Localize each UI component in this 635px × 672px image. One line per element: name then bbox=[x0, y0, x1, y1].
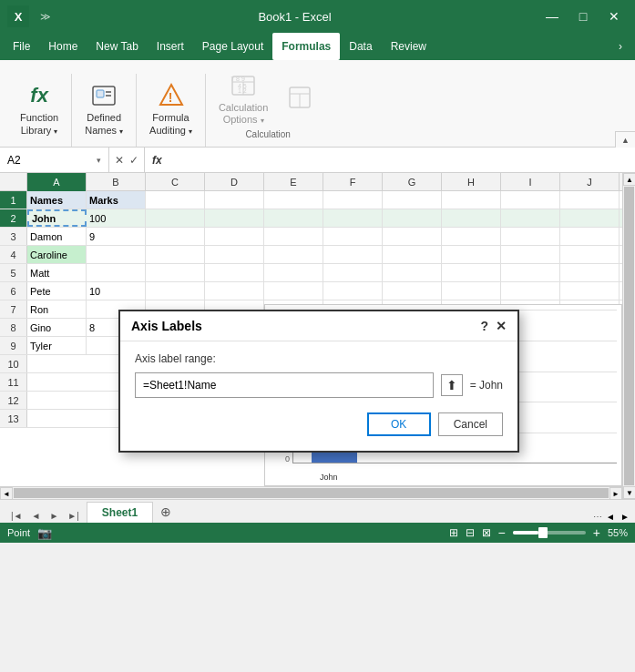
cell-F3[interactable] bbox=[323, 228, 383, 245]
cell-C6[interactable] bbox=[146, 282, 205, 300]
cell-G5[interactable] bbox=[383, 264, 442, 281]
cell-A7[interactable]: Ron bbox=[27, 300, 87, 318]
cell-B4[interactable] bbox=[87, 246, 146, 263]
tab-nav-prev[interactable]: ◄ bbox=[28, 509, 45, 523]
cell-B3[interactable]: 9 bbox=[87, 228, 146, 245]
view-layout-icon[interactable]: ⊟ bbox=[466, 526, 475, 539]
row-num-6[interactable]: 6 bbox=[0, 282, 27, 300]
col-header-D[interactable]: D bbox=[205, 173, 264, 191]
collapse-range-button[interactable]: ⬆ bbox=[441, 374, 463, 396]
menu-data[interactable]: Data bbox=[340, 33, 381, 60]
cell-F2[interactable] bbox=[323, 209, 383, 227]
cell-H1[interactable] bbox=[442, 191, 501, 209]
cell-H3[interactable] bbox=[442, 228, 501, 245]
cell-I3[interactable] bbox=[501, 228, 560, 245]
cell-A5[interactable]: Matt bbox=[27, 264, 87, 281]
col-header-B[interactable]: B bbox=[87, 173, 146, 191]
row-num-5[interactable]: 5 bbox=[0, 264, 27, 281]
col-header-J[interactable]: J bbox=[560, 173, 620, 191]
cell-A6[interactable]: Pete bbox=[27, 282, 87, 300]
cell-B6[interactable]: 10 bbox=[87, 282, 146, 300]
cell-A4[interactable]: Caroline bbox=[27, 246, 87, 263]
cell-B5[interactable] bbox=[87, 264, 146, 281]
cancel-icon[interactable]: ✕ bbox=[115, 154, 124, 167]
cell-C4[interactable] bbox=[146, 246, 205, 263]
ok-button[interactable]: OK bbox=[367, 412, 431, 436]
cell-A9[interactable]: Tyler bbox=[27, 337, 87, 354]
menu-review[interactable]: Review bbox=[382, 33, 435, 60]
row-num-13[interactable]: 13 bbox=[0, 410, 27, 427]
horizontal-scrollbar[interactable]: ◄ ► bbox=[0, 486, 622, 499]
cell-E3[interactable] bbox=[264, 228, 323, 245]
tab-scroll-left[interactable]: ◄ bbox=[604, 510, 617, 523]
row-num-1[interactable]: 1 bbox=[0, 191, 27, 209]
row-num-9[interactable]: 9 bbox=[0, 337, 27, 354]
cell-D1[interactable] bbox=[205, 191, 264, 209]
row-num-8[interactable]: 8 bbox=[0, 319, 27, 336]
menu-more[interactable]: › bbox=[609, 33, 631, 60]
cell-E4[interactable] bbox=[264, 246, 323, 263]
cell-H6[interactable] bbox=[442, 282, 501, 300]
col-header-G[interactable]: G bbox=[383, 173, 442, 191]
calculation-options-button[interactable]: 7 8 9 4 5 1 2 CalculationOptions ▾ bbox=[213, 67, 273, 129]
close-button[interactable]: ✕ bbox=[600, 5, 628, 28]
cell-D6[interactable] bbox=[205, 282, 264, 300]
cell-G1[interactable] bbox=[383, 191, 442, 209]
cell-J5[interactable] bbox=[560, 264, 620, 281]
axis-labels-dialog[interactable]: Axis Labels ? ✕ Axis label range: ⬆ = Jo… bbox=[118, 310, 519, 453]
formula-auditing-button[interactable]: ! FormulaAuditing ▾ bbox=[144, 77, 198, 139]
cell-B2[interactable]: 100 bbox=[87, 209, 146, 227]
defined-names-button[interactable]: DefinedNames ▾ bbox=[79, 77, 128, 139]
quick-access-chevron[interactable]: ≫ bbox=[40, 11, 51, 23]
cell-H4[interactable] bbox=[442, 246, 501, 263]
cell-F4[interactable] bbox=[323, 246, 383, 263]
cell-I6[interactable] bbox=[501, 282, 560, 300]
col-header-H[interactable]: H bbox=[442, 173, 501, 191]
cell-E5[interactable] bbox=[264, 264, 323, 281]
cell-C5[interactable] bbox=[146, 264, 205, 281]
menu-home[interactable]: Home bbox=[39, 33, 87, 60]
zoom-slider-thumb[interactable] bbox=[538, 527, 548, 538]
axis-range-input[interactable] bbox=[135, 372, 434, 398]
cell-G3[interactable] bbox=[383, 228, 442, 245]
view-page-break-icon[interactable]: ⊠ bbox=[482, 526, 491, 539]
zoom-plus-button[interactable]: + bbox=[593, 525, 600, 540]
col-header-I[interactable]: I bbox=[501, 173, 560, 191]
scroll-down-button[interactable]: ▼ bbox=[623, 486, 635, 499]
col-header-E[interactable]: E bbox=[264, 173, 323, 191]
cell-G2[interactable] bbox=[383, 209, 442, 227]
cell-A1[interactable]: Names bbox=[27, 191, 87, 209]
menu-new-tab[interactable]: New Tab bbox=[87, 33, 147, 60]
cell-I1[interactable] bbox=[501, 191, 560, 209]
zoom-slider-track[interactable] bbox=[513, 531, 586, 535]
row-num-11[interactable]: 11 bbox=[0, 373, 27, 391]
menu-file[interactable]: File bbox=[4, 33, 39, 60]
cell-C1[interactable] bbox=[146, 191, 205, 209]
cell-G4[interactable] bbox=[383, 246, 442, 263]
view-normal-icon[interactable]: ⊞ bbox=[449, 526, 458, 539]
cell-J2[interactable] bbox=[560, 209, 620, 227]
cell-C2[interactable] bbox=[146, 209, 205, 227]
scroll-thumb-vertical[interactable] bbox=[624, 187, 634, 485]
cell-A2[interactable]: John bbox=[27, 209, 87, 227]
col-header-F[interactable]: F bbox=[323, 173, 383, 191]
cell-G6[interactable] bbox=[383, 282, 442, 300]
add-sheet-button[interactable]: ⊕ bbox=[153, 501, 179, 523]
menu-insert[interactable]: Insert bbox=[148, 33, 193, 60]
col-header-A[interactable]: A bbox=[27, 173, 87, 191]
name-box[interactable]: A2 ▾ bbox=[0, 148, 109, 172]
calc-now-button[interactable] bbox=[277, 79, 323, 117]
tab-nav-first[interactable]: |◄ bbox=[7, 509, 26, 523]
col-header-C[interactable]: C bbox=[146, 173, 205, 191]
function-library-button[interactable]: fx FunctionLibrary ▾ bbox=[15, 77, 64, 139]
row-num-3[interactable]: 3 bbox=[0, 228, 27, 245]
cell-I2[interactable] bbox=[501, 209, 560, 227]
cell-I4[interactable] bbox=[501, 246, 560, 263]
cell-H2[interactable] bbox=[442, 209, 501, 227]
cell-I5[interactable] bbox=[501, 264, 560, 281]
cell-D4[interactable] bbox=[205, 246, 264, 263]
cell-D2[interactable] bbox=[205, 209, 264, 227]
cell-C3[interactable] bbox=[146, 228, 205, 245]
dialog-help-icon[interactable]: ? bbox=[480, 319, 488, 333]
scroll-thumb-horizontal[interactable] bbox=[14, 488, 609, 498]
